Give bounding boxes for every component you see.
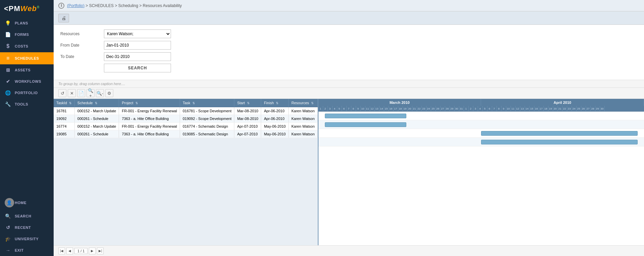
- tools-icon: 🔧: [5, 102, 11, 107]
- sidebar-item-search[interactable]: 🔍 SEARCH: [0, 210, 54, 222]
- resources-select[interactable]: Karen Watson;: [104, 29, 171, 38]
- first-page-button[interactable]: |◀: [58, 248, 65, 254]
- gantt-day: 19: [403, 106, 408, 111]
- col-taskid[interactable]: TaskId ⇅: [54, 99, 74, 107]
- cell-finish: Apr-06-2010: [261, 107, 289, 115]
- sidebar-item-forms[interactable]: 📄 FORMS: [0, 29, 54, 40]
- col-finish[interactable]: Finish ⇅: [261, 99, 289, 107]
- sidebar-item-recent[interactable]: ↺ RECENT: [0, 222, 54, 233]
- gantt-day: 26: [581, 106, 586, 111]
- schedules-icon: ≡: [5, 55, 11, 61]
- pagination: |◀ ◀ 1 / 1 ▶ ▶|: [54, 245, 644, 256]
- search-button[interactable]: SEARCH: [104, 64, 171, 72]
- sidebar-item-tools[interactable]: 🔧 TOOLS: [0, 99, 54, 110]
- info-icon[interactable]: ℹ: [58, 3, 64, 9]
- gantt-days: 1234567891011121314151617181920212223242…: [318, 106, 644, 111]
- gantt-day: 30: [455, 106, 459, 111]
- zoom-out-button[interactable]: 🔍-: [96, 89, 104, 97]
- col-project[interactable]: Project ⇅: [119, 99, 180, 107]
- gantt-day: 26: [436, 106, 441, 111]
- filter-area: Resources Karen Watson; From Date To Dat…: [54, 25, 644, 80]
- sidebar-item-workflows[interactable]: ✔ WORKFLOWS: [0, 76, 54, 87]
- copy-button[interactable]: 📄: [77, 89, 85, 97]
- to-date-input[interactable]: [104, 52, 171, 61]
- data-table-wrapper: TaskId ⇅ Schedule ⇅ Project ⇅ Task ⇅ Sta…: [54, 99, 318, 245]
- table-row[interactable]: 16781000152 - March UpdateFR-001 - Energ…: [54, 107, 317, 115]
- cell-task: 019092 - Scope Development: [180, 115, 234, 123]
- last-page-button[interactable]: ▶|: [97, 248, 104, 254]
- gantt-day: 20: [408, 106, 412, 111]
- gantt-day: 24: [572, 106, 577, 111]
- cell-task_id: 16774: [54, 123, 74, 130]
- gantt-day: 20: [553, 106, 558, 111]
- col-resources[interactable]: Resources ⇅: [289, 99, 317, 107]
- sidebar-item-home[interactable]: 👤 HOME: [0, 195, 54, 210]
- delete-button[interactable]: ✕: [68, 89, 76, 97]
- plans-icon: 💡: [5, 20, 11, 26]
- main-content: ℹ (Portfolio) > SCHEDULES > Scheduling >…: [54, 0, 644, 256]
- sidebar-item-assets[interactable]: ⊞ ASSETS: [0, 64, 54, 76]
- gantt-day: 18: [398, 106, 403, 111]
- zoom-in-button[interactable]: 🔍+: [86, 89, 95, 97]
- col-schedule[interactable]: Schedule ⇅: [74, 99, 119, 107]
- sidebar-label-costs: COSTS: [15, 44, 28, 48]
- sidebar-label-plans: PLANS: [15, 21, 28, 25]
- gantt-day: 1: [318, 106, 323, 111]
- gantt-month-april: April 2010: [481, 99, 644, 106]
- cell-project: FR-001 - Energy Facility Renewal: [119, 123, 180, 130]
- col-start[interactable]: Start ⇅: [234, 99, 261, 107]
- cell-start: Apr-07-2010: [234, 123, 261, 130]
- table-row[interactable]: 19092000261 - Schedule7363 - a. Hite Off…: [54, 115, 317, 123]
- from-date-input[interactable]: [104, 41, 171, 50]
- settings-button[interactable]: ⚙: [105, 89, 113, 97]
- cell-task_id: 19092: [54, 115, 74, 123]
- gantt-day: 6: [342, 106, 347, 111]
- print-button[interactable]: 🖨: [58, 14, 69, 22]
- gantt-day: 28: [591, 106, 595, 111]
- gantt-day: 22: [417, 106, 422, 111]
- table-row[interactable]: 16774000152 - March UpdateFR-001 - Energ…: [54, 123, 317, 130]
- breadcrumb-path: > SCHEDULES > Scheduling > Resources Ava…: [85, 3, 182, 8]
- cell-schedule: 000152 - March Update: [74, 107, 119, 115]
- gantt-day: 24: [426, 106, 431, 111]
- sidebar-item-exit[interactable]: → EXIT: [0, 245, 54, 256]
- gantt-day: 17: [539, 106, 544, 111]
- sidebar-item-portfolio[interactable]: 🌐 PORTFOLIO: [0, 87, 54, 99]
- home-avatar: 👤: [5, 198, 11, 207]
- cell-task_id: 16781: [54, 107, 74, 115]
- gantt-months: March 2010 April 2010: [318, 99, 644, 106]
- from-date-label: From Date: [60, 43, 104, 48]
- sidebar-item-schedules[interactable]: ≡ SCHEDULES: [0, 52, 54, 64]
- gantt-day: 25: [431, 106, 436, 111]
- cell-start: Apr-07-2010: [234, 130, 261, 138]
- assets-icon: ⊞: [5, 67, 11, 73]
- exit-icon: →: [5, 248, 11, 253]
- gantt-day: 16: [389, 106, 394, 111]
- next-page-button[interactable]: ▶: [89, 248, 96, 254]
- sidebar-label-portfolio: PORTFOLIO: [15, 91, 38, 95]
- prev-page-button[interactable]: ◀: [66, 248, 73, 254]
- gantt-day: 22: [563, 106, 567, 111]
- col-task[interactable]: Task ⇅: [180, 99, 234, 107]
- page-info: 1 / 1: [74, 248, 87, 254]
- gantt-day: 21: [412, 106, 417, 111]
- gantt-day: 16: [534, 106, 539, 111]
- refresh-button[interactable]: ↺: [58, 89, 66, 97]
- gantt-day: 5: [337, 106, 342, 111]
- workflows-icon: ✔: [5, 79, 11, 84]
- sidebar-label-schedules: SCHEDULES: [15, 56, 39, 60]
- sidebar-item-university[interactable]: 🎓 UNIVERSITY: [0, 233, 54, 245]
- data-table: TaskId ⇅ Schedule ⇅ Project ⇅ Task ⇅ Sta…: [54, 99, 318, 138]
- table-row[interactable]: 19085000261 - Schedule7363 - a. Hite Off…: [54, 130, 317, 138]
- cell-project: 7363 - a. Hite Office Building: [119, 115, 180, 123]
- sidebar-item-plans[interactable]: 💡 PLANS: [0, 17, 54, 29]
- gantt-bar: [325, 114, 406, 118]
- sidebar-item-costs[interactable]: $ COSTS: [0, 40, 54, 52]
- gantt-day: 12: [370, 106, 375, 111]
- cell-resources: Karen Watson: [289, 115, 317, 123]
- gantt-day: 4: [478, 106, 483, 111]
- breadcrumb-portfolio-link[interactable]: (Portfolio): [67, 3, 84, 8]
- gantt-day: 11: [365, 106, 370, 111]
- cell-schedule: 000261 - Schedule: [74, 130, 119, 138]
- gantt-day: 27: [586, 106, 591, 111]
